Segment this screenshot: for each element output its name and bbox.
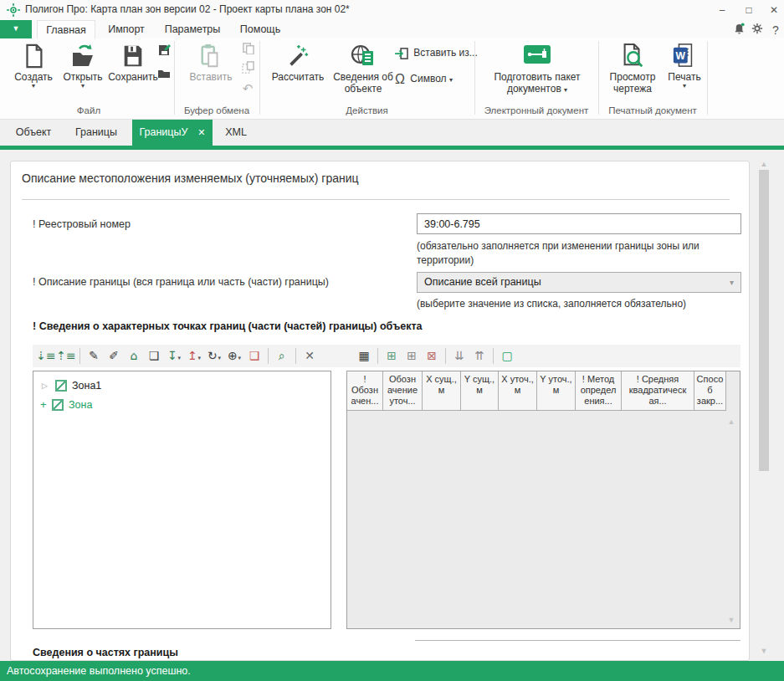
calculate-h1-icon[interactable]: ✐ [104, 346, 124, 366]
new-document-icon [10, 42, 57, 70]
transform-coordinates-icon[interactable]: ⊕▾ [224, 346, 244, 366]
doc-tab-granitsy[interactable]: Границы [64, 120, 129, 146]
table-grid-icon[interactable]: ▦ [354, 346, 374, 366]
export-xy-icon[interactable]: ↥▾ [184, 346, 204, 366]
copy-icon[interactable] [239, 42, 256, 59]
notifications-bell-icon[interactable] [731, 23, 746, 38]
points-table: ! Обозн ачен...Обозн ачение уточ...X сущ… [346, 371, 740, 629]
open-recent-folder-icon[interactable] [156, 67, 172, 84]
dropdown-caret-icon: ▾ [198, 355, 202, 361]
registry-number-hint: (обязательно заполняется при изменении г… [417, 239, 741, 268]
move-row-up-icon[interactable]: ⇈ [469, 346, 489, 366]
toolbar-separator [268, 348, 269, 364]
divider [415, 640, 740, 641]
boundary-description-label: ! Описание границы (вся граница или част… [33, 276, 329, 288]
import-xy-icon[interactable]: ↧▾ [164, 346, 184, 366]
app-menu-button[interactable]: ▼ [0, 20, 32, 38]
scroll-up-icon[interactable]: ▲ [758, 158, 770, 170]
maximize-button[interactable]: □ [736, 0, 761, 20]
insert-row-icon[interactable]: ⊞ [402, 346, 422, 366]
group-separator [598, 41, 599, 115]
ribbon-tab-glavnaya[interactable]: Главная [37, 20, 95, 38]
column-header[interactable]: ! Обозн ачен... [347, 371, 383, 411]
calculate-coordinates-icon[interactable]: ✎ [84, 346, 104, 366]
open-button[interactable]: Открыть ▾ [59, 40, 107, 90]
open-folder-icon [59, 42, 107, 70]
save-button[interactable]: Сохранить [107, 40, 159, 83]
column-header[interactable]: X сущ., м [423, 371, 461, 411]
delete-icon[interactable]: ✕ [300, 346, 320, 366]
polygon-icon[interactable]: ⌂ [124, 346, 144, 366]
group-label-file: Файл [7, 105, 171, 115]
help-icon[interactable]: ? [768, 23, 783, 38]
settings-gear-icon[interactable] [750, 23, 765, 38]
tree-item-add-zona[interactable]: + Зона [33, 396, 331, 414]
add-row-icon[interactable]: ⊞ [382, 346, 402, 366]
word-document-icon: W [664, 42, 705, 70]
renumber-ascending-icon[interactable]: ⇡≡ [56, 346, 76, 366]
delete-row-icon[interactable]: ⊠ [422, 346, 442, 366]
preview-drawing-button[interactable]: Просмотр чертежа [604, 40, 661, 95]
scrollbar-thumb[interactable] [759, 170, 769, 471]
ribbon-tab-pomosch[interactable]: Помощь [231, 20, 290, 38]
scroll-down-icon[interactable]: ▼ [758, 645, 770, 657]
form-panel: Описание местоположения изменяемых (уточ… [10, 161, 750, 661]
overlap-contours-icon[interactable]: ❏ [244, 346, 264, 366]
dropdown-caret-icon: ▾ [178, 355, 182, 361]
registry-number-label: ! Реестровый номер [33, 218, 131, 230]
chevron-down-icon: ▾ [730, 273, 734, 292]
column-header[interactable]: ! Метод определ ения... [576, 371, 622, 411]
registry-number-input[interactable] [417, 213, 741, 234]
drawing-preview-icon [604, 42, 661, 70]
group-separator [259, 41, 260, 115]
column-header[interactable]: Обозн ачение уточ... [383, 371, 423, 411]
doc-tab-granitsyu[interactable]: ГраницыУ✕ [132, 120, 213, 146]
expand-editor-icon[interactable]: ▢ [497, 346, 517, 366]
preview-points-icon[interactable]: ⌕ [272, 346, 292, 366]
table-scroll-up-icon[interactable]: ▲ [725, 417, 737, 426]
doc-tab-xml[interactable]: XML [216, 120, 256, 146]
save-as-icon[interactable] [156, 44, 172, 60]
boundary-description-select[interactable]: Описание всей границы ▾ [417, 272, 741, 293]
column-header[interactable]: ! Средняя квадратическ ая... [622, 371, 694, 411]
paste-button[interactable]: Вставить [186, 40, 236, 83]
vertical-scrollbar[interactable]: ▲ ▼ [756, 153, 772, 658]
boundary-description-hint: (выберите значение из списка, заполняетс… [417, 297, 741, 311]
undo-icon[interactable]: ↶ [239, 80, 256, 97]
new-button[interactable]: Создать ▾ [10, 40, 57, 90]
object-info-button[interactable]: Сведения об объекте [331, 40, 395, 95]
column-header[interactable]: Y сущ., м [461, 371, 499, 411]
toolbar-separator [493, 348, 494, 364]
close-button[interactable]: ✕ [761, 0, 784, 20]
tab-close-icon[interactable]: ✕ [197, 127, 205, 137]
minimize-button[interactable]: – [710, 0, 735, 20]
save-floppy-icon [107, 42, 159, 70]
globe-info-icon [331, 42, 395, 70]
column-header[interactable]: Спосо б закр... [694, 371, 726, 411]
doc-tab-obekt[interactable]: Объект [7, 120, 60, 146]
add-plus-icon: + [40, 396, 47, 414]
column-header[interactable]: Y уточ., м [537, 371, 576, 411]
omega-icon: Ω [395, 72, 405, 86]
toolbar-separator [445, 348, 446, 364]
ribbon-tab-import[interactable]: Импорт [99, 20, 154, 38]
group-separator [707, 41, 708, 115]
move-row-down-icon[interactable]: ⇊ [449, 346, 469, 366]
print-button[interactable]: W Печать ▾ [664, 40, 705, 90]
expand-caret-icon[interactable]: ▷ [42, 376, 48, 395]
document-tab-bar: Объект Границы ГраницыУ✕ XML [0, 120, 784, 146]
paste-special-icon[interactable] [239, 61, 256, 78]
symbol-button[interactable]: Ω Символ ▾ [395, 72, 453, 87]
renumber-descending-icon[interactable]: ⇣≡ [36, 346, 56, 366]
table-scroll-down-icon[interactable]: ▼ [725, 616, 737, 624]
calculate-button[interactable]: Рассчитать [266, 40, 330, 83]
ribbon-tab-strip: ▼ Главная Импорт Параметры Помощь ? [0, 20, 784, 38]
copy-contour-icon[interactable]: ❏ [144, 346, 164, 366]
rotate-contour-icon[interactable]: ↻▾ [204, 346, 224, 366]
column-header[interactable]: X уточ., м [499, 371, 537, 411]
insert-from-button[interactable]: Вставить из... [395, 47, 478, 59]
tree-item-zona1[interactable]: ▷ Зона1 [33, 376, 331, 395]
prepare-package-button[interactable]: Подготовить пакет документов ▾ [485, 40, 589, 95]
ribbon-tab-parametry[interactable]: Параметры [157, 20, 228, 38]
ribbon: Создать ▾ Открыть ▾ Сохранить Файл Встав… [0, 38, 784, 120]
